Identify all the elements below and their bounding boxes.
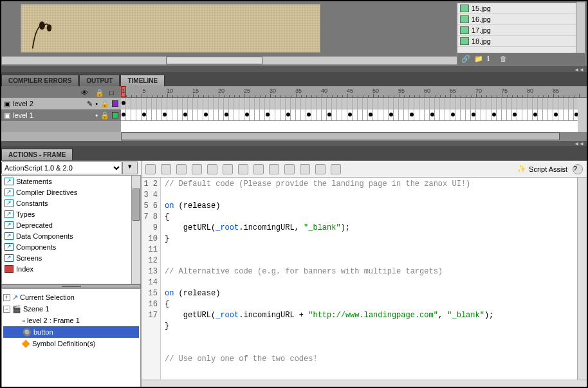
timeline-horizontal-scrollbar[interactable] (121, 132, 587, 141)
layer-color-swatch[interactable] (112, 100, 118, 107)
actions-sidebar: ActionScript 1.0 & 2.0 ▾ StatementsCompi… (1, 161, 142, 388)
code-editor-pane: ✨ Script Assist ? 1 2 3 4 5 6 7 8 9 10 1… (142, 161, 587, 388)
layer-row-level2[interactable]: ▣ level 2 ✎ •🔒 (1, 98, 121, 109)
frame-row[interactable] (121, 98, 587, 109)
stage-area: 15.jpg16.jpg17.jpg18.jpg 🔗 📁 ℹ 🗑 (1, 1, 587, 67)
tab-timeline[interactable]: TIMELINE (120, 75, 165, 86)
category-icon (5, 232, 14, 240)
tab-actions-frame[interactable]: ACTIONS - FRAME (1, 149, 73, 160)
editor-vertical-scrollbar[interactable] (577, 178, 587, 380)
actions-tab-strip: ACTIONS - FRAME (1, 146, 587, 160)
check-syntax-icon[interactable] (192, 164, 202, 174)
editor-horizontal-scrollbar[interactable] (142, 380, 587, 388)
tree-symbol-definitions[interactable]: 🔶 Symbol Definition(s) (3, 338, 139, 349)
actions-panel: ActionScript 1.0 & 2.0 ▾ StatementsCompi… (1, 160, 587, 388)
collapse-icon[interactable] (253, 164, 264, 174)
category-item[interactable]: Deprecated (2, 219, 140, 230)
tree-scene[interactable]: − 🎬 Szene 1 (3, 303, 139, 315)
image-icon (460, 26, 469, 34)
uncomment-icon[interactable] (300, 164, 310, 174)
target-icon: ↗ (12, 293, 18, 302)
category-icon (5, 254, 14, 262)
category-icon (5, 210, 14, 218)
category-label: Types (16, 210, 35, 218)
category-label: Statements (16, 178, 52, 185)
frames-area[interactable]: 1510152025303540455055606570758085 (121, 86, 587, 132)
code-hint-icon[interactable] (223, 164, 233, 174)
script-assist-button[interactable]: ✨ Script Assist (517, 165, 567, 174)
delete-icon[interactable]: 🗑 (500, 55, 509, 64)
code-content[interactable]: // Default code (Please provide the land… (161, 178, 577, 380)
category-item[interactable]: Components (2, 241, 140, 252)
category-item[interactable]: Index (2, 263, 140, 274)
category-item[interactable]: Constants (2, 198, 140, 208)
book-icon (5, 265, 14, 273)
layer-row-level1[interactable]: ▣ level 1 •🔒 (1, 109, 121, 121)
symbol-icon: 🔶 (21, 340, 30, 348)
layer-icon: ▣ (4, 100, 10, 108)
category-item[interactable]: Screens (2, 252, 140, 263)
actionscript-version-select[interactable]: ActionScript 1.0 & 2.0 (1, 162, 122, 174)
tree-button-item[interactable]: 🔘 button (3, 326, 139, 338)
library-item-name: 18.jpg (472, 37, 491, 45)
pencil-icon: ✎ (87, 100, 93, 108)
find-icon[interactable] (161, 164, 171, 174)
stage[interactable] (21, 4, 320, 53)
panel-collapse-bar[interactable]: ◄◄ (1, 141, 587, 146)
outline-icon[interactable]: □ (109, 89, 116, 95)
new-folder-icon[interactable]: 📁 (474, 55, 483, 64)
timeline-tab-strip: COMPILER ERRORS OUTPUT TIMELINE (1, 72, 587, 86)
category-scrollbar[interactable] (131, 176, 140, 284)
category-item[interactable]: Compiler Directives (2, 187, 140, 198)
timeline-ruler[interactable]: 1510152025303540455055606570758085 (121, 86, 587, 98)
editor-toolbar: ✨ Script Assist ? (142, 161, 587, 178)
frame-row[interactable] (121, 109, 587, 121)
properties-icon[interactable]: ℹ (487, 55, 496, 64)
splitter-horizontal[interactable] (1, 284, 141, 288)
tree-current-selection[interactable]: + ↗ Current Selection (3, 291, 139, 303)
layer-name: level 2 (13, 100, 33, 107)
target-path-icon[interactable] (176, 164, 187, 174)
code-editor[interactable]: 1 2 3 4 5 6 7 8 9 10 11 12 13 14 15 16 1… (142, 178, 587, 380)
add-script-icon[interactable] (145, 164, 156, 174)
timeline-vertical-scrollbar[interactable] (578, 98, 587, 132)
category-label: Constants (16, 199, 48, 207)
help-icon[interactable]: ? (573, 164, 583, 174)
tab-output[interactable]: OUTPUT (79, 75, 120, 86)
pin-icon[interactable] (331, 164, 341, 174)
category-item[interactable]: Types (2, 208, 140, 219)
debug-icon[interactable] (238, 164, 248, 174)
button-icon: 🔘 (23, 328, 32, 337)
toolbox-menu-button[interactable]: ▾ (122, 162, 138, 174)
wand-icon: ✨ (517, 165, 526, 174)
expand-icon[interactable] (269, 164, 279, 174)
tab-compiler-errors[interactable]: COMPILER ERRORS (1, 75, 78, 86)
layer-color-swatch[interactable] (112, 112, 118, 118)
library-scrollbar[interactable] (576, 3, 585, 53)
tree-frame-item[interactable]: ▫ level 2 : Frame 1 (3, 315, 139, 326)
auto-format-icon[interactable] (207, 164, 217, 174)
category-item[interactable]: Data Components (2, 230, 140, 241)
reference-icon[interactable] (315, 164, 326, 174)
library-item[interactable]: 15.jpg (457, 3, 585, 14)
library-panel: 15.jpg16.jpg17.jpg18.jpg 🔗 📁 ℹ 🗑 (457, 3, 585, 66)
library-item[interactable]: 16.jpg (457, 14, 585, 25)
script-navigator-tree: + ↗ Current Selection − 🎬 Szene 1 ▫ leve… (1, 288, 141, 388)
layer-column: 👁 🔒 □ ▣ level 2 ✎ •🔒 ▣ level 1 •🔒 (1, 86, 121, 132)
category-item[interactable]: Statements (2, 176, 140, 187)
panel-collapse-bar[interactable]: ◄◄ (1, 67, 587, 72)
category-label: Compiler Directives (16, 189, 77, 196)
scene-icon: 🎬 (12, 305, 21, 313)
visibility-icon[interactable]: 👁 (81, 89, 87, 95)
layer-icon: ▣ (4, 111, 10, 120)
line-gutter: 1 2 3 4 5 6 7 8 9 10 11 12 13 14 15 16 1… (142, 178, 161, 380)
comment-icon[interactable] (284, 164, 295, 174)
library-item-name: 16.jpg (472, 15, 491, 23)
lock-icon[interactable]: 🔒 (95, 89, 102, 95)
link-icon[interactable]: 🔗 (461, 55, 470, 64)
svg-point-0 (39, 21, 45, 30)
category-icon (5, 199, 14, 207)
library-item[interactable]: 17.jpg (457, 25, 585, 36)
library-item-name: 17.jpg (472, 26, 491, 34)
library-item[interactable]: 18.jpg (457, 36, 585, 47)
